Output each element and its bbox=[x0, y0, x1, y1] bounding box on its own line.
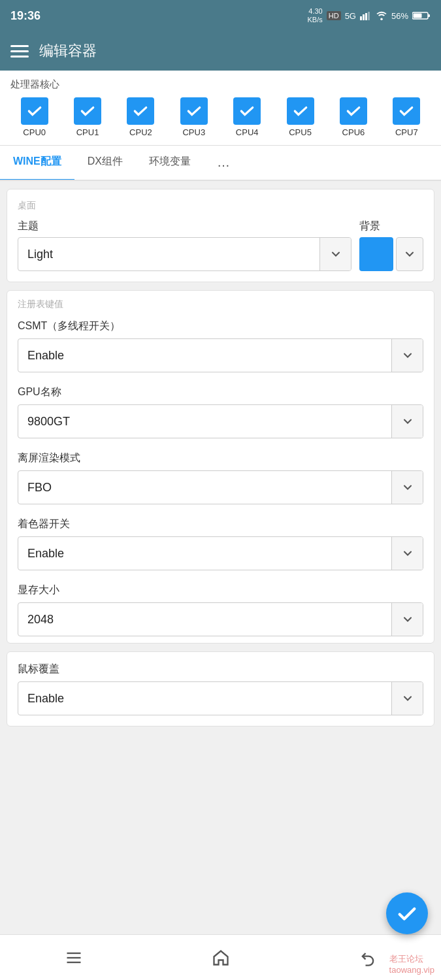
bg-dropdown-arrow[interactable] bbox=[396, 237, 423, 271]
offscreen-field-row: 离屏渲染模式 FBO bbox=[7, 445, 434, 511]
desktop-section: 桌面 主题 Light 背景 bbox=[7, 189, 434, 282]
shader-select[interactable]: Enable bbox=[18, 536, 423, 570]
cpu-checkbox-0[interactable] bbox=[21, 97, 48, 125]
mouse-section: 鼠标覆盖 Enable bbox=[7, 651, 434, 727]
nav-home[interactable] bbox=[212, 949, 230, 967]
cpu-checkbox-7[interactable] bbox=[393, 97, 420, 125]
csmt-select[interactable]: Enable bbox=[18, 338, 423, 372]
csmt-value: Enable bbox=[18, 349, 391, 363]
hd-badge: HD bbox=[327, 11, 341, 20]
cpu-label-4: CPU4 bbox=[236, 127, 259, 137]
gpu-value: 9800GT bbox=[18, 415, 391, 429]
network-5g: 5G bbox=[345, 11, 356, 21]
network-speed: 4.30KB/s bbox=[308, 7, 323, 24]
cpu-label-0: CPU0 bbox=[23, 127, 46, 137]
cpu-item-1[interactable]: CPU1 bbox=[74, 97, 101, 137]
cpu-item-3[interactable]: CPU3 bbox=[180, 97, 208, 137]
gpu-field-row: GPU名称 9800GT bbox=[7, 379, 434, 445]
mouse-label: 鼠标覆盖 bbox=[18, 662, 423, 676]
tab-wine-config[interactable]: WINE配置 bbox=[0, 146, 74, 181]
cpu-label-3: CPU3 bbox=[182, 127, 205, 137]
cpu-item-2[interactable]: CPU2 bbox=[127, 97, 154, 137]
csmt-field-row: CSMT（多线程开关） Enable bbox=[7, 313, 434, 379]
bg-wrapper bbox=[359, 237, 423, 271]
cpu-label-5: CPU5 bbox=[289, 127, 312, 137]
vram-select[interactable]: 2048 bbox=[18, 602, 423, 636]
offscreen-value: FBO bbox=[18, 481, 391, 495]
offscreen-arrow[interactable] bbox=[391, 471, 423, 504]
shader-label: 着色器开关 bbox=[18, 517, 423, 531]
cpu-section-label: 处理器核心 bbox=[10, 78, 431, 91]
confirm-fab[interactable] bbox=[386, 892, 428, 934]
cpu-checkbox-5[interactable] bbox=[287, 97, 314, 125]
offscreen-select[interactable]: FBO bbox=[18, 470, 423, 504]
theme-field-group: 主题 Light bbox=[18, 220, 351, 271]
battery-icon bbox=[412, 11, 431, 20]
svg-rect-3 bbox=[368, 12, 370, 20]
vram-field-row: 显存大小 2048 bbox=[7, 577, 434, 643]
registry-section-label: 注册表键值 bbox=[7, 291, 434, 313]
menu-button[interactable] bbox=[10, 45, 29, 57]
bottom-nav: 老王论坛taowang.vip bbox=[0, 934, 441, 980]
desktop-section-label: 桌面 bbox=[18, 200, 423, 212]
watermark: 老王论坛taowang.vip bbox=[389, 953, 434, 975]
theme-select[interactable]: Light bbox=[18, 237, 351, 271]
cpu-item-7[interactable]: CPU7 bbox=[393, 97, 420, 137]
cpu-checkbox-1[interactable] bbox=[74, 97, 101, 125]
main-content: 桌面 主题 Light 背景 bbox=[0, 181, 441, 934]
app-bar: 编辑容器 bbox=[0, 31, 441, 71]
tab-env-vars[interactable]: 环境变量 bbox=[136, 146, 204, 181]
status-time: 19:36 bbox=[10, 9, 41, 23]
shader-field-row: 着色器开关 Enable bbox=[7, 511, 434, 577]
status-bar: 19:36 4.30KB/s HD 5G 56% bbox=[0, 0, 441, 31]
cpu-label-6: CPU6 bbox=[342, 127, 365, 137]
vram-label: 显存大小 bbox=[18, 583, 423, 597]
tab-bar: WINE配置 DX组件 环境变量 … bbox=[0, 146, 441, 181]
cpu-label-1: CPU1 bbox=[76, 127, 99, 137]
theme-dropdown-arrow[interactable] bbox=[319, 238, 351, 270]
tab-dx-components[interactable]: DX组件 bbox=[74, 146, 136, 181]
cpu-item-0[interactable]: CPU0 bbox=[21, 97, 48, 137]
shader-arrow[interactable] bbox=[391, 537, 423, 570]
mouse-select[interactable]: Enable bbox=[18, 681, 423, 715]
cpu-item-5[interactable]: CPU5 bbox=[287, 97, 314, 137]
gpu-arrow[interactable] bbox=[391, 405, 423, 438]
wifi-icon bbox=[376, 11, 387, 20]
cpu-section: 处理器核心 CPU0 CPU1 CPU2 CPU3 bbox=[0, 71, 441, 146]
svg-rect-5 bbox=[428, 14, 430, 17]
mouse-value: Enable bbox=[18, 692, 391, 706]
desktop-row: 主题 Light 背景 bbox=[18, 220, 423, 271]
csmt-label: CSMT（多线程开关） bbox=[18, 319, 423, 333]
theme-label: 主题 bbox=[18, 220, 351, 233]
nav-back[interactable] bbox=[359, 949, 377, 967]
cpu-checkbox-2[interactable] bbox=[127, 97, 154, 125]
cpu-checkbox-6[interactable] bbox=[340, 97, 367, 125]
theme-value: Light bbox=[18, 248, 319, 261]
svg-rect-2 bbox=[365, 13, 367, 20]
bg-label: 背景 bbox=[359, 220, 423, 233]
registry-section: 注册表键值 CSMT（多线程开关） Enable GPU名称 9800GT bbox=[7, 290, 434, 644]
svg-rect-1 bbox=[363, 14, 365, 20]
cpu-checkbox-3[interactable] bbox=[180, 97, 208, 125]
nav-menu[interactable] bbox=[65, 949, 83, 967]
tab-more[interactable]: … bbox=[204, 146, 243, 181]
cpu-item-6[interactable]: CPU6 bbox=[340, 97, 367, 137]
app-bar-title: 编辑容器 bbox=[39, 41, 97, 61]
vram-value: 2048 bbox=[18, 613, 391, 627]
cpu-label-7: CPU7 bbox=[395, 127, 418, 137]
gpu-label: GPU名称 bbox=[18, 385, 423, 399]
vram-arrow[interactable] bbox=[391, 603, 423, 636]
svg-rect-6 bbox=[414, 14, 422, 18]
csmt-arrow[interactable] bbox=[391, 339, 423, 372]
svg-rect-0 bbox=[360, 16, 362, 20]
cpu-checkbox-4[interactable] bbox=[233, 97, 261, 125]
status-right: 4.30KB/s HD 5G 56% bbox=[308, 7, 431, 24]
mouse-arrow[interactable] bbox=[391, 682, 423, 715]
battery-percent: 56% bbox=[391, 11, 408, 21]
cpu-checkboxes: CPU0 CPU1 CPU2 CPU3 CPU4 bbox=[10, 97, 431, 137]
cpu-item-4[interactable]: CPU4 bbox=[233, 97, 261, 137]
bg-field-group: 背景 bbox=[359, 220, 423, 271]
gpu-select[interactable]: 9800GT bbox=[18, 404, 423, 438]
shader-value: Enable bbox=[18, 547, 391, 561]
bg-color-picker[interactable] bbox=[359, 237, 393, 271]
